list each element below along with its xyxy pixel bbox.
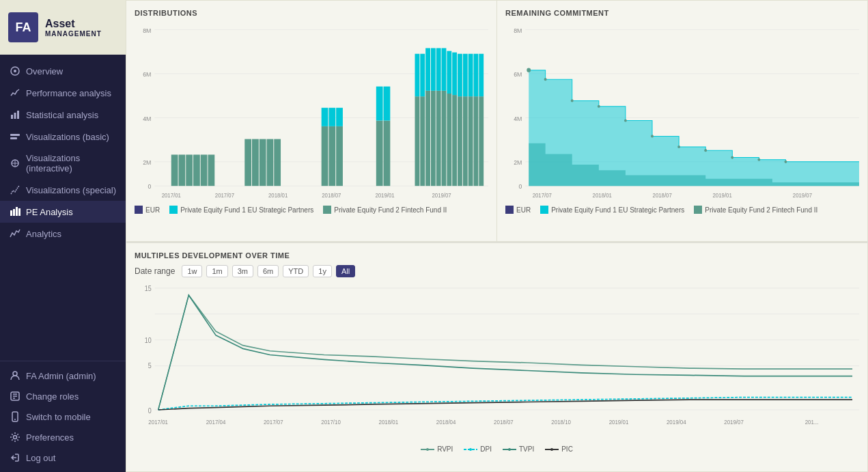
svg-rect-44 <box>322 108 328 126</box>
svg-text:0: 0 <box>519 183 522 190</box>
sidebar-item-statistical[interactable]: Statistical analysis <box>0 104 126 126</box>
svg-text:8M: 8M <box>514 27 522 33</box>
svg-rect-46 <box>328 108 335 126</box>
svg-point-99 <box>624 119 627 122</box>
bottom-item-preferences[interactable]: Preferences <box>0 427 126 447</box>
sidebar-item-pe-analysis[interactable]: PE Analysis <box>0 201 126 223</box>
user-icon <box>10 370 20 381</box>
legend-rem-eur: EUR <box>505 206 531 214</box>
viz-interactive-icon <box>10 158 20 169</box>
svg-rect-64 <box>442 48 447 90</box>
svg-text:2M: 2M <box>514 159 522 166</box>
bottom-label-preferences: Preferences <box>26 432 74 443</box>
legend-rem-fund2-label: Private Equity Fund 2 Fintech Fund II <box>705 206 817 214</box>
svg-rect-51 <box>384 121 391 186</box>
pe-icon <box>10 206 20 217</box>
tvpi-line-icon <box>503 446 516 453</box>
svg-rect-42 <box>274 139 281 186</box>
svg-text:2019/07: 2019/07 <box>432 193 451 199</box>
svg-rect-35 <box>193 154 200 186</box>
svg-text:2018/07: 2018/07 <box>494 418 514 426</box>
svg-rect-63 <box>442 91 447 186</box>
bottom-label-logout: Log out <box>26 453 55 463</box>
sidebar-item-viz-interactive[interactable]: Visualizations (interactive) <box>0 148 126 179</box>
svg-rect-72 <box>463 54 468 96</box>
sidebar-item-viz-basic[interactable]: Visualizations (basic) <box>0 126 126 148</box>
mobile-icon <box>10 411 20 422</box>
svg-point-96 <box>544 78 547 81</box>
range-btn-ytd[interactable]: YTD <box>283 265 309 277</box>
bottom-label-switch-mobile: Switch to mobile <box>26 412 91 422</box>
svg-rect-58 <box>425 48 430 90</box>
range-btn-1m[interactable]: 1m <box>206 265 227 277</box>
main-content: DISTRIBUTIONS 8M 6M 4M 2M 0 <box>126 0 868 472</box>
legend-dpi-label: DPI <box>480 445 492 453</box>
svg-point-1 <box>14 70 16 72</box>
svg-rect-52 <box>384 87 391 121</box>
legend-rem-fund2: Private Equity Fund 2 Fintech Fund II <box>694 206 817 214</box>
bottom-item-switch-mobile[interactable]: Switch to mobile <box>0 406 126 427</box>
svg-point-100 <box>651 135 654 137</box>
svg-rect-68 <box>452 53 457 95</box>
svg-rect-12 <box>16 207 18 216</box>
svg-point-137 <box>508 448 511 451</box>
svg-rect-37 <box>208 154 215 186</box>
svg-text:2018/07: 2018/07 <box>322 193 341 199</box>
range-btn-3m[interactable]: 3m <box>232 265 253 277</box>
bottom-item-logout[interactable]: Log out <box>0 447 126 468</box>
sidebar-item-performance[interactable]: Performance analysis <box>0 82 126 104</box>
svg-point-102 <box>704 149 707 152</box>
svg-text:2018/04: 2018/04 <box>436 418 456 426</box>
sidebar-item-overview[interactable]: Overview <box>0 60 126 82</box>
logo-box: FA <box>8 12 38 42</box>
remaining-chart-area: 8M 6M 4M 2M 0 <box>505 23 859 200</box>
svg-text:2019/07: 2019/07 <box>793 193 813 199</box>
svg-text:4M: 4M <box>143 115 151 122</box>
dpi-line-icon <box>464 446 477 453</box>
svg-rect-40 <box>260 139 266 186</box>
remaining-svg: 8M 6M 4M 2M 0 <box>505 23 859 200</box>
nav-section: Overview Performance analysis Statistica… <box>0 55 126 361</box>
svg-text:2018/01: 2018/01 <box>593 193 613 199</box>
remaining-commitment-panel: REMAINING COMMITMENT 8M 6M 4M 2M 0 <box>496 0 868 242</box>
svg-rect-78 <box>479 54 484 96</box>
legend-tvpi: TVPI <box>503 445 534 453</box>
range-btn-all[interactable]: All <box>336 265 355 277</box>
svg-text:6M: 6M <box>514 71 522 78</box>
svg-rect-49 <box>376 121 383 186</box>
svg-point-135 <box>469 448 472 451</box>
bottom-label-change-roles: Change roles <box>26 391 79 402</box>
statistical-icon <box>10 109 20 120</box>
bottom-item-user[interactable]: FA Admin (admin) <box>0 365 126 386</box>
sidebar-item-viz-special[interactable]: Visualizations (special) <box>0 179 126 201</box>
svg-point-21 <box>14 436 17 439</box>
svg-text:2017/07: 2017/07 <box>533 193 552 199</box>
legend-dpi: DPI <box>464 445 492 453</box>
svg-rect-57 <box>425 91 430 186</box>
sidebar-item-analytics[interactable]: Analytics <box>0 223 126 245</box>
legend-rvpi-label: RVPI <box>437 445 453 453</box>
svg-rect-4 <box>17 111 19 119</box>
svg-text:2018/01: 2018/01 <box>379 418 399 426</box>
svg-rect-77 <box>479 96 484 186</box>
svg-rect-60 <box>431 48 436 90</box>
distributions-legend: EUR Private Equity Fund 1 EU Strategic P… <box>135 206 488 214</box>
svg-point-97 <box>571 99 574 102</box>
multiples-section: MULTIPLES DEVELOPMENT OVER TIME Date ran… <box>126 242 868 472</box>
bottom-item-change-roles[interactable]: Change roles <box>0 386 126 406</box>
svg-point-103 <box>731 156 733 159</box>
legend-eur: EUR <box>135 206 160 214</box>
svg-rect-55 <box>420 96 425 186</box>
svg-rect-2 <box>11 115 13 119</box>
sidebar: FA Asset MANAGEMENT Overview Performance… <box>0 0 126 472</box>
legend-eur-color <box>135 206 143 214</box>
svg-rect-76 <box>473 54 478 96</box>
date-range-row: Date range 1w 1m 3m 6m YTD 1y All <box>135 265 859 277</box>
range-btn-1w[interactable]: 1w <box>182 265 202 277</box>
svg-rect-54 <box>415 54 419 96</box>
range-btn-6m[interactable]: 6m <box>257 265 279 277</box>
logo-subtitle: MANAGEMENT <box>45 30 102 38</box>
svg-point-139 <box>550 448 553 451</box>
range-btn-1y[interactable]: 1y <box>313 265 332 277</box>
sidebar-bottom: FA Admin (admin) Change roles Switch to … <box>0 361 126 472</box>
